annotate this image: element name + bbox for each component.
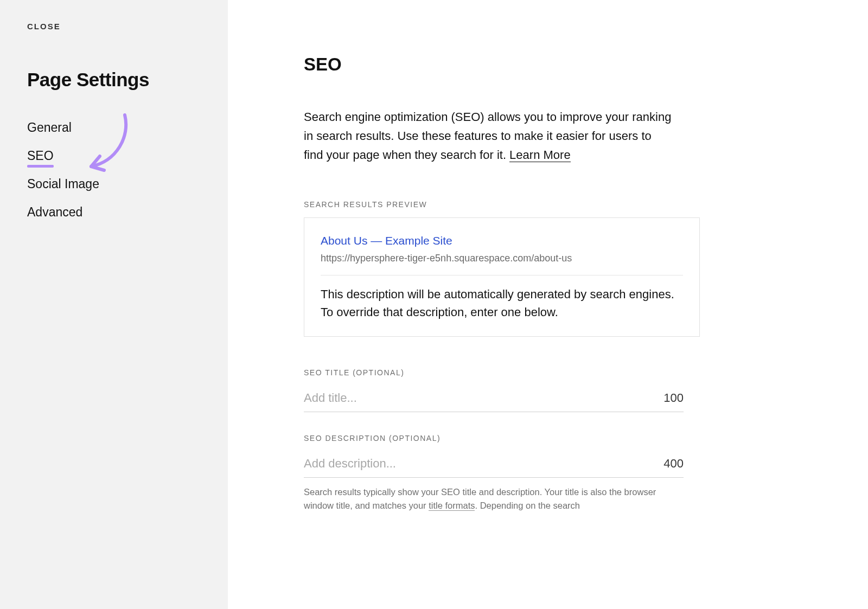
seo-description-input-row: 400 [304,451,684,478]
help-text-post: . Depending on the search [475,501,580,510]
intro-copy: Search engine optimization (SEO) allows … [304,110,671,162]
search-results-preview: About Us — Example Site https://hypersph… [304,217,700,337]
sidebar-item-general[interactable]: General [27,120,72,135]
seo-description-help: Search results typically show your SEO t… [304,485,678,513]
close-button[interactable]: CLOSE [27,22,201,31]
annotation-arrow-icon [81,110,136,185]
preview-divider [321,275,683,275]
seo-title-counter: 100 [663,391,684,405]
app-container: CLOSE Page Settings General SEO Social I… [0,0,868,609]
seo-description-input[interactable] [304,457,653,471]
sidebar-nav: General SEO Social Image Advanced [27,120,201,233]
preview-description: This description will be automatically g… [321,285,683,321]
preview-label: SEARCH RESULTS PREVIEW [304,200,814,209]
settings-sidebar: CLOSE Page Settings General SEO Social I… [0,0,228,609]
seo-description-label: SEO DESCRIPTION (OPTIONAL) [304,434,684,443]
sidebar-item-advanced[interactable]: Advanced [27,205,82,220]
seo-description-field: SEO DESCRIPTION (OPTIONAL) 400 Search re… [304,434,684,513]
preview-title: About Us — Example Site [321,234,683,247]
page-title: SEO [304,54,814,75]
seo-description-counter: 400 [663,457,684,471]
main-panel: SEO Search engine optimization (SEO) all… [228,0,868,609]
preview-url: https://hypersphere-tiger-e5nh.squarespa… [321,253,683,264]
seo-title-label: SEO TITLE (OPTIONAL) [304,368,684,377]
seo-title-input[interactable] [304,391,653,405]
title-formats-link[interactable]: title formats [429,501,475,511]
seo-title-input-row: 100 [304,386,684,412]
sidebar-item-seo[interactable]: SEO [27,149,54,163]
learn-more-link[interactable]: Learn More [509,148,571,162]
seo-title-field: SEO TITLE (OPTIONAL) 100 [304,368,684,412]
sidebar-title: Page Settings [27,69,201,91]
seo-intro-text: Search engine optimization (SEO) allows … [304,107,673,165]
sidebar-item-social-image[interactable]: Social Image [27,177,99,191]
